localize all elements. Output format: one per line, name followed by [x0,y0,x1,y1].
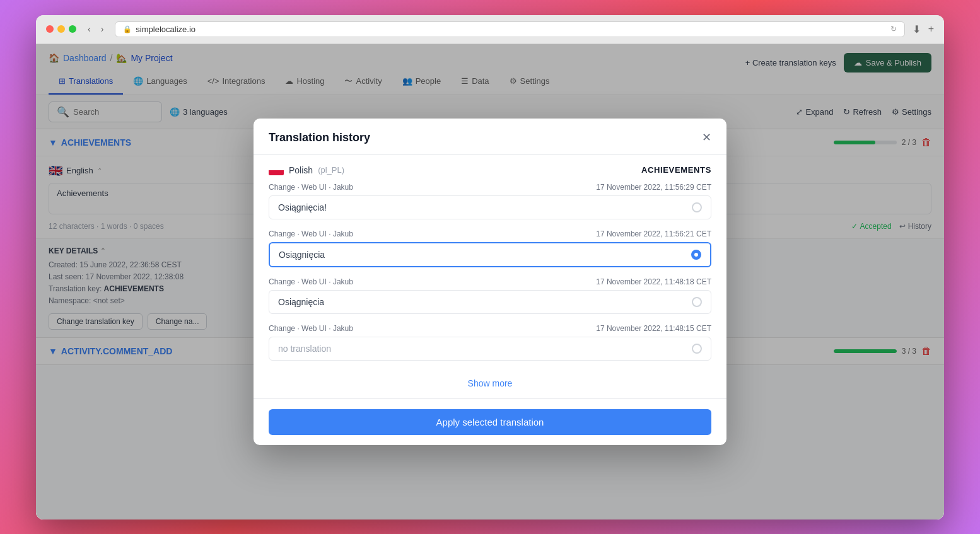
forward-button[interactable]: › [97,23,108,35]
history-text-4: no translation [278,344,331,354]
browser-chrome: ‹ › 🔒 simplelocalize.io ↻ ⬇ + [36,15,944,44]
history-meta-1: Change · Web UI · Jakub 17 November 2022… [269,183,711,192]
history-timestamp-4: 17 November 2022, 11:48:15 CET [596,324,711,333]
polish-flag-bottom [269,170,284,175]
lock-icon: 🔒 [123,25,132,33]
history-meta-2: Change · Web UI · Jakub 17 November 2022… [269,229,711,238]
browser-window: ‹ › 🔒 simplelocalize.io ↻ ⬇ + 🏠 Dashboar… [36,15,944,519]
history-value-3[interactable]: Osiągnięcia [269,290,711,314]
modal-body: Polish (pl_PL) ACHIEVEMENTS Change · Web… [254,155,726,398]
modal-footer: Apply selected translation [254,398,726,445]
download-icon[interactable]: ⬇ [913,23,921,35]
history-text-3: Osiągnięcia [278,297,324,307]
modal-lang-info: Polish (pl_PL) [269,165,344,175]
app-content: 🏠 Dashboard / 🏡 My Project + Create tran… [36,44,944,519]
history-entry-3: Change · Web UI · Jakub 17 November 2022… [269,277,711,314]
history-value-4[interactable]: no translation [269,337,711,361]
history-meta-info-4: Change · Web UI · Jakub [269,324,353,333]
history-value-1[interactable]: Osiągnięcia! [269,195,711,219]
modal-close-button[interactable]: ✕ [702,132,711,143]
modal-lang-header: Polish (pl_PL) ACHIEVEMENTS [269,155,711,183]
history-entry-2: Change · Web UI · Jakub 17 November 2022… [269,229,711,267]
address-bar[interactable]: 🔒 simplelocalize.io ↻ [115,21,904,37]
traffic-lights [46,25,76,33]
close-traffic-light[interactable] [46,25,54,33]
history-meta-info-1: Change · Web UI · Jakub [269,183,353,192]
history-value-2[interactable]: Osiągnięcia [269,242,711,267]
radio-3[interactable] [692,297,702,307]
url-text: simplelocalize.io [136,25,195,34]
history-entry-4: Change · Web UI · Jakub 17 November 2022… [269,324,711,361]
history-text-2: Osiągnięcia [279,250,325,260]
radio-1[interactable] [692,202,702,212]
modal-section-label: ACHIEVEMENTS [641,165,711,175]
browser-nav-buttons: ‹ › [84,23,107,35]
history-entry-1: Change · Web UI · Jakub 17 November 2022… [269,183,711,219]
history-text-1: Osiągnięcia! [278,202,327,212]
browser-actions: ⬇ + [913,23,934,35]
modal-title: Translation history [269,131,370,144]
history-timestamp-1: 17 November 2022, 11:56:29 CET [596,183,711,192]
history-timestamp-2: 17 November 2022, 11:56:21 CET [596,229,711,238]
history-meta-4: Change · Web UI · Jakub 17 November 2022… [269,324,711,333]
translation-history-modal: Translation history ✕ Polish (pl_PL) [254,119,726,445]
history-timestamp-3: 17 November 2022, 11:48:18 CET [596,277,711,286]
modal-lang-code: (pl_PL) [318,165,344,175]
radio-2[interactable] [691,250,701,260]
modal-header: Translation history ✕ [254,119,726,155]
reload-icon[interactable]: ↻ [890,25,897,33]
fullscreen-traffic-light[interactable] [69,25,76,33]
modal-lang-name: Polish [289,165,313,175]
show-more-button[interactable]: Show more [269,371,711,398]
radio-4[interactable] [692,344,702,354]
back-button[interactable]: ‹ [84,23,95,35]
history-meta-3: Change · Web UI · Jakub 17 November 2022… [269,277,711,286]
polish-flag-top [269,165,284,170]
polish-flag [269,165,284,175]
new-tab-icon[interactable]: + [928,23,934,35]
minimize-traffic-light[interactable] [57,25,65,33]
history-meta-info-3: Change · Web UI · Jakub [269,277,353,286]
modal-overlay: Translation history ✕ Polish (pl_PL) [36,44,944,519]
history-meta-info-2: Change · Web UI · Jakub [269,229,353,238]
apply-selected-button[interactable]: Apply selected translation [269,409,711,435]
